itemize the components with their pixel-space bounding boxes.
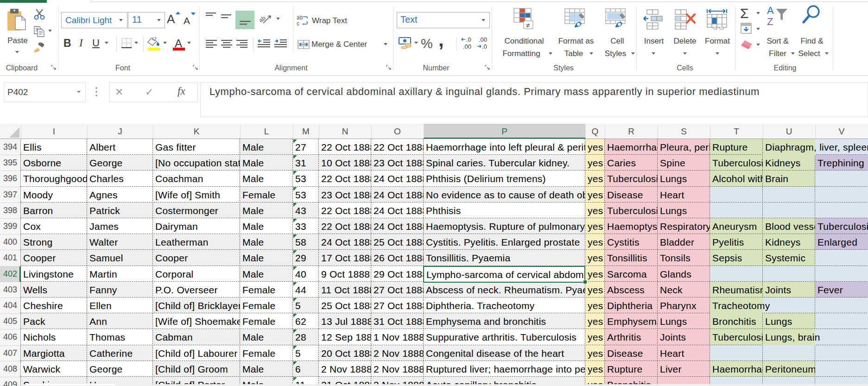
svg-text:≠: ≠ bbox=[526, 21, 530, 29]
svg-text:.00: .00 bbox=[463, 43, 471, 50]
svg-text:A: A bbox=[767, 5, 774, 16]
svg-text:.0: .0 bbox=[466, 36, 471, 43]
svg-text:Z: Z bbox=[767, 16, 773, 27]
svg-text:ab: ab bbox=[260, 14, 267, 24]
svg-text:.00: .00 bbox=[479, 36, 487, 43]
svg-text:.0: .0 bbox=[482, 43, 487, 50]
svg-text:c: c bbox=[297, 20, 299, 26]
svg-text:ab: ab bbox=[297, 14, 303, 21]
